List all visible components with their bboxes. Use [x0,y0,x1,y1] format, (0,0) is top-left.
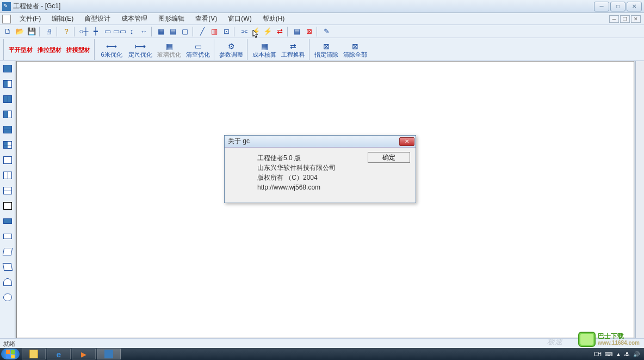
scrollbar-vertical[interactable] [635,61,644,338]
clear-selected-button[interactable]: ⊠指定清除 [312,39,340,60]
task-current-app[interactable] [97,349,121,359]
window-shape-icon [3,126,12,133]
app-icon [104,350,113,358]
shape-button-14[interactable] [1,260,14,273]
shape-button-5[interactable] [1,123,14,136]
menu-file[interactable]: 文件(F) [14,13,46,25]
tray-keyboard-icon[interactable]: ⌨ [605,351,612,357]
shape-button-9[interactable] [1,184,14,197]
mdi-minimize-button[interactable]: ─ [609,15,619,23]
material-join-button[interactable]: 拼接型材 [64,39,92,60]
tool-hspan-icon[interactable]: ↔ [138,26,149,37]
tool-spark2-icon[interactable]: ⚡ [262,26,273,37]
material-swap-button[interactable]: ⇄工程换料 [279,39,307,60]
shape-button-16[interactable] [1,291,14,304]
shape-button-1[interactable] [1,62,14,75]
opt-fixed-button[interactable]: ⟼定尺优化 [126,39,154,60]
print-button[interactable]: 🖨 [44,26,54,37]
shape-button-2[interactable] [1,77,14,90]
tray-network-icon[interactable]: 🖧 [624,351,630,357]
help-button[interactable]: ? [61,26,72,37]
shape-button-10[interactable] [1,199,14,212]
tool-swap-icon[interactable]: ⇄ [274,26,285,37]
document-icon[interactable] [2,15,11,23]
toolbar-standard: 🗋 📂 💾 🖨 ? ○┼ ┿ ▭ ▭▭ ↕ ↔ ▦ ▤ ▢ ╱ ▥ ⊡ ⫘ ⚡ … [0,25,644,38]
ok-button[interactable]: 确定 [368,152,410,163]
new-button[interactable]: 🗋 [2,26,13,37]
window-shape-icon [3,202,12,210]
task-explorer[interactable] [22,349,46,359]
tool-grid-icon[interactable]: ▦ [156,26,166,37]
start-button[interactable] [1,349,20,359]
shape-button-11[interactable] [1,215,14,228]
param-adjust-button[interactable]: ⚙参数调整 [217,39,245,60]
window-shape-icon [3,141,12,149]
tool-node-icon[interactable]: ○┼ [78,26,89,37]
tray-volume-icon[interactable]: 🔊 [633,351,640,357]
tool-cross-icon[interactable]: ⊠ [304,26,314,37]
tool-rect-icon[interactable]: ▭ [102,26,113,37]
menu-graphic-edit[interactable]: 图形编辑 [153,13,190,25]
menu-view[interactable]: 查看(V) [190,13,222,25]
background-watermark: 极速 [547,337,562,347]
menu-help[interactable]: 帮助(H) [257,13,290,25]
tool-vspan-icon[interactable]: ↕ [126,26,137,37]
dialog-close-button[interactable]: ✕ [399,137,414,146]
tool-bracket-icon[interactable]: ▭▭ [114,26,125,37]
menu-cost[interactable]: 成本管理 [116,13,153,25]
label: 参数调整 [219,51,243,58]
tool-frame-icon[interactable]: ⊡ [221,26,232,37]
material-slide-button[interactable]: 推拉型材 [35,39,64,60]
menu-edit[interactable]: 编辑(E) [46,13,79,25]
tool-layer-icon[interactable]: ▤ [292,26,302,37]
tray-flag-icon[interactable]: ▲ [616,351,621,357]
shape-button-8[interactable] [1,169,14,182]
tool-spark1-icon[interactable]: ⚡ [250,26,261,37]
cost-calc-button[interactable]: ▦成本核算 [250,39,278,60]
shape-button-15[interactable] [1,276,14,289]
close-button[interactable]: ✕ [627,2,642,11]
material-flat-button[interactable]: 平开型材 [7,39,35,60]
open-button[interactable]: 📂 [14,26,25,37]
ime-indicator[interactable]: CH [594,351,602,357]
shape-button-6[interactable] [1,138,14,151]
tool-junction-icon[interactable]: ┿ [90,26,101,37]
minimize-button[interactable]: ─ [594,2,609,11]
shape-button-7[interactable] [1,154,14,167]
tool-line-icon[interactable]: ╱ [197,26,208,37]
clear-all-button[interactable]: ⊠清除全部 [341,39,369,60]
window-shape-icon [3,111,12,118]
window-shape-icon [3,187,12,194]
tool-grid2-icon[interactable]: ▤ [168,26,178,37]
separator [94,39,96,60]
tool-chain-icon[interactable]: ⫘ [238,26,249,37]
menu-window-design[interactable]: 窗型设计 [79,13,116,25]
maximize-button[interactable]: □ [610,2,626,11]
taskbar: e ▶ CH ⌨ ▲ 🖧 🔊 [0,348,644,360]
dialog-titlebar[interactable]: 关于 gc ✕ [225,136,416,148]
task-ie[interactable]: e [47,349,71,359]
tool-box-icon[interactable]: ▢ [179,26,190,37]
save-button[interactable]: 💾 [26,26,37,37]
sliders-icon: ⚙ [225,41,238,51]
task-media[interactable]: ▶ [72,349,96,359]
dialog-title-text: 关于 gc [228,137,399,146]
shape-button-3[interactable] [1,93,14,106]
shape-button-12[interactable] [1,230,14,243]
shape-button-13[interactable] [1,245,14,258]
tool-erase-icon[interactable]: ✎ [321,26,332,37]
opt-6m-button[interactable]: ⟷6米优化 [97,39,126,60]
tool-panel-icon[interactable]: ▥ [209,26,220,37]
mdi-restore-button[interactable]: ❐ [620,15,630,23]
separator [247,39,249,60]
separator [317,27,319,36]
mdi-close-button[interactable]: ✕ [631,15,641,23]
window-title: 工程使者 - [Gc1] [13,2,594,11]
opt-clear-button[interactable]: ▭清空优化 [184,39,212,60]
opt-glass-button[interactable]: ▦玻璃优化 [155,39,183,60]
glass-icon: ▦ [163,41,176,51]
menu-window[interactable]: 窗口(W) [222,13,257,25]
measure-icon: ⟼ [134,41,147,51]
shape-button-4[interactable] [1,108,14,121]
sidebar-palette [0,61,15,338]
